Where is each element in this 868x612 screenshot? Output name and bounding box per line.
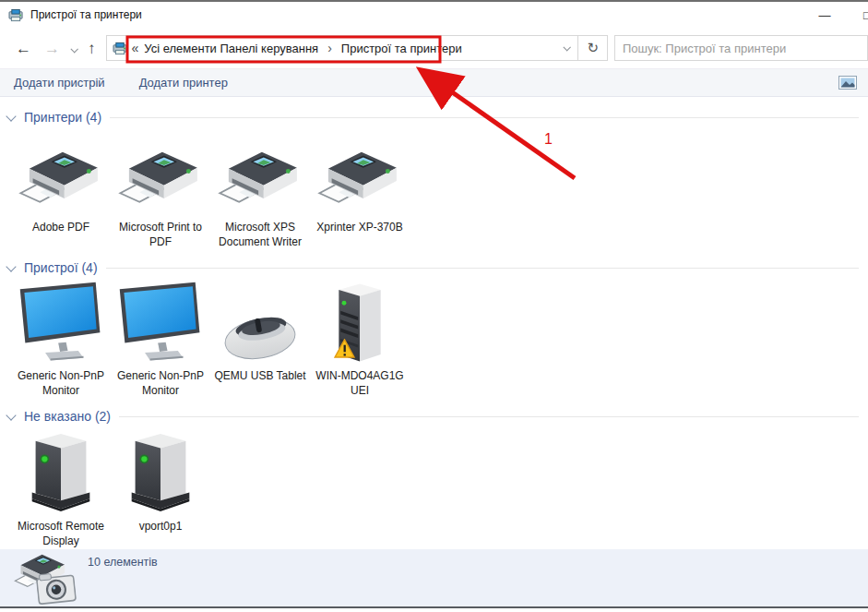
window-title: Пристрої та принтери: [30, 8, 142, 21]
item-label: Microsoft Print to PDF: [111, 221, 210, 249]
up-icon[interactable]: ↑: [81, 41, 102, 56]
section-header-printers[interactable]: Принтери (4): [0, 106, 868, 128]
item-qemu-usb-tablet[interactable]: QEMU USB Tablet: [210, 279, 310, 398]
printer-icon: [317, 147, 402, 215]
address-bar[interactable]: « Усі елементи Панелі керування › Пристр…: [106, 35, 579, 61]
printers-row: Adobe PDF Microsoft Print to PDF Microso…: [0, 143, 868, 249]
item-label: QEMU USB Tablet: [210, 369, 310, 384]
chevron-down-icon: [6, 261, 16, 271]
breadcrumb-control-panel[interactable]: Усі елементи Панелі керування: [144, 42, 318, 55]
add-printer-button[interactable]: Додати принтер: [139, 76, 228, 90]
section-header-devices[interactable]: Пристрої (4): [0, 257, 868, 279]
app-icon: [8, 8, 24, 22]
device-tower-icon: [125, 429, 196, 514]
recent-locations-chevron-icon[interactable]: [66, 40, 81, 56]
item-label: Adobe PDF: [11, 221, 111, 235]
monitor-icon: [16, 281, 106, 364]
status-bar: 10 елементів: [0, 549, 868, 608]
item-microsoft-remote-display[interactable]: Microsoft Remote Display: [11, 429, 111, 548]
maximize-button[interactable]: □: [848, 2, 868, 28]
item-microsoft-xps-writer[interactable]: Microsoft XPS Document Writer: [210, 143, 310, 249]
location-icon: [113, 42, 128, 55]
item-microsoft-print-to-pdf[interactable]: Microsoft Print to PDF: [111, 143, 210, 249]
section-divider: [110, 117, 859, 118]
command-toolbar: Додати пристрій Додати принтер: [0, 68, 868, 97]
item-vport0p1[interactable]: vport0p1: [111, 429, 210, 548]
section-title: Не вказано (2): [24, 409, 111, 424]
address-dropdown-chevron-icon[interactable]: [555, 36, 577, 60]
printer-icon: [18, 147, 103, 215]
devices-and-printers-window: Пристрої та принтери — □ ← → ↑ « Усі еле…: [0, 0, 868, 612]
change-view-button[interactable]: [838, 76, 857, 90]
item-label: Generic Non-PnP Monitor: [11, 369, 111, 398]
add-device-button[interactable]: Додати пристрій: [14, 76, 105, 90]
section-header-unspecified[interactable]: Не вказано (2): [0, 405, 868, 427]
section-divider: [106, 268, 859, 269]
section-title: Принтери (4): [24, 110, 101, 125]
navigation-row: ← → ↑ « Усі елементи Панелі керування › …: [0, 28, 868, 68]
item-generic-monitor-2[interactable]: Generic Non-PnP Monitor: [111, 279, 210, 398]
back-icon[interactable]: ←: [9, 41, 38, 56]
refresh-button[interactable]: ↻: [577, 35, 607, 61]
chevron-down-icon: [6, 111, 16, 121]
item-generic-monitor-1[interactable]: Generic Non-PnP Monitor: [11, 279, 111, 398]
item-label: Generic Non-PnP Monitor: [111, 369, 210, 398]
item-xprinter[interactable]: Xprinter XP-370B: [310, 143, 410, 249]
forward-icon[interactable]: →: [38, 41, 66, 56]
section-divider: [119, 416, 859, 417]
item-adobe-pdf[interactable]: Adobe PDF: [11, 143, 111, 249]
section-title: Пристрої (4): [24, 260, 98, 275]
printer-icon: [118, 147, 203, 215]
monitor-icon: [115, 281, 206, 364]
unspecified-row: Microsoft Remote Display vport0p1: [0, 429, 868, 548]
breadcrumb-separator-icon[interactable]: ›: [318, 41, 341, 55]
item-win-computer[interactable]: WIN-MDO4AG1G UEI: [310, 279, 410, 398]
item-label: vport0p1: [111, 520, 210, 534]
item-count: 10 елементів: [88, 556, 158, 569]
device-tower-icon: [26, 429, 96, 514]
nav-buttons: ← → ↑: [0, 40, 106, 56]
minimize-button[interactable]: —: [805, 2, 844, 28]
items-area: Принтери (4) Adobe PDF Microsoft Print t…: [0, 97, 868, 549]
item-label: Microsoft Remote Display: [11, 520, 111, 548]
chevron-down-icon: [6, 410, 16, 420]
search-box: [614, 35, 868, 61]
item-label: WIN-MDO4AG1G UEI: [310, 369, 410, 398]
item-label: Microsoft XPS Document Writer: [210, 221, 310, 249]
devices-row: Generic Non-PnP Monitor Generic Non-PnP …: [0, 279, 868, 398]
devices-folder-icon: [7, 553, 85, 610]
printer-icon: [218, 147, 303, 215]
title-bar: Пристрої та принтери — □: [0, 2, 868, 28]
warning-icon: [334, 339, 355, 362]
view-thumbnails-icon: [838, 76, 857, 90]
item-label: Xprinter XP-370B: [310, 221, 410, 235]
search-input[interactable]: [615, 36, 867, 60]
breadcrumb-devices-printers[interactable]: Пристрої та принтери: [341, 42, 462, 55]
mouse-icon: [220, 308, 301, 364]
breadcrumb-overflow-icon[interactable]: «: [132, 41, 139, 55]
